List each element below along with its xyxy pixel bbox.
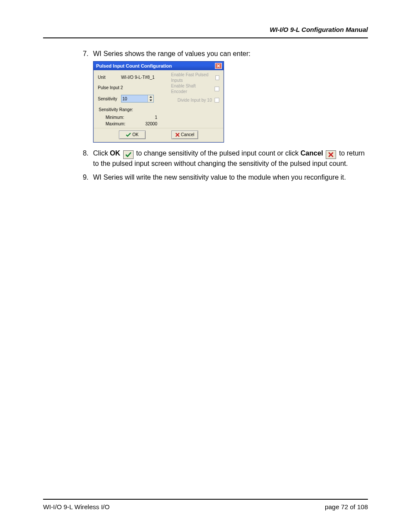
footer-page-total: 108 <box>357 503 368 510</box>
close-icon[interactable] <box>215 63 222 69</box>
footer-page-prefix: page <box>325 503 341 510</box>
cancel-button-label: Cancel <box>181 132 194 138</box>
step-8-pre: Click <box>93 149 110 157</box>
opt-divide-label: Divide Input by 10 <box>177 97 212 103</box>
footer-rule <box>43 499 368 500</box>
dialog-titlebar: Pulsed Input Count Configuration <box>93 62 224 71</box>
sensitivity-spinner[interactable] <box>121 95 154 103</box>
step-8-mid: to change sensitivity of the pulsed inpu… <box>134 149 301 157</box>
step-8-cancel: Cancel <box>301 149 323 157</box>
opt-shaft-label: Enable Shaft Encoder <box>171 83 212 95</box>
step-7: WI Series shows the range of values you … <box>90 49 368 143</box>
opt-shaft-checkbox[interactable] <box>215 87 219 91</box>
min-label: Minimum: <box>106 115 124 121</box>
x-icon <box>175 133 180 137</box>
sensitivity-label: Sensitivity <box>98 96 121 102</box>
step-9-text: WI Series will write the new sensitivity… <box>93 174 346 181</box>
ok-button-label: OK <box>132 132 138 138</box>
ok-button[interactable]: OK <box>119 131 146 139</box>
pulsed-input-dialog: Pulsed Input Count Configuration Unit WI… <box>93 61 224 143</box>
instruction-list: WI Series shows the range of values you … <box>43 49 368 182</box>
sensitivity-input[interactable] <box>121 95 147 102</box>
step-8-ok: OK <box>110 149 120 157</box>
unit-value: WI-I/O 9-L-T#8_1 <box>121 75 155 81</box>
cancel-button[interactable]: Cancel <box>171 131 198 139</box>
footer-left: WI-I/O 9-L Wireless I/O <box>43 503 109 510</box>
step-8: Click OK to change sensitivity of the pu… <box>90 149 368 168</box>
step-9: WI Series will write the new sensitivity… <box>90 173 368 182</box>
footer-right: page 72 of 108 <box>325 503 368 510</box>
unit-label: Unit <box>98 75 121 81</box>
spinner-down-icon[interactable] <box>148 99 153 102</box>
opt-fast-label: Enable Fast Pulsed Inputs <box>171 72 213 84</box>
max-label: Maximum: <box>106 121 125 127</box>
footer-page-of: of <box>348 503 357 510</box>
min-value: 1 <box>155 115 157 121</box>
inline-check-icon <box>123 150 134 159</box>
range-title: Sensitivity Range: <box>99 107 167 113</box>
step-7-text: WI Series shows the range of values you … <box>93 50 251 57</box>
dialog-title: Pulsed Input Count Configuration <box>96 63 172 69</box>
max-value: 32000 <box>145 121 157 127</box>
spinner-up-icon[interactable] <box>148 95 153 99</box>
check-icon <box>126 133 131 137</box>
inline-x-icon <box>326 150 336 159</box>
header-rule <box>43 37 368 38</box>
footer-page-current: 72 <box>341 503 348 510</box>
doc-header-title: WI-I/O 9-L Configuration Manual <box>43 26 368 33</box>
opt-divide-checkbox[interactable] <box>215 98 219 103</box>
pulse-input-label: Pulse Input 2 <box>98 85 123 91</box>
opt-fast-checkbox[interactable] <box>215 75 219 80</box>
